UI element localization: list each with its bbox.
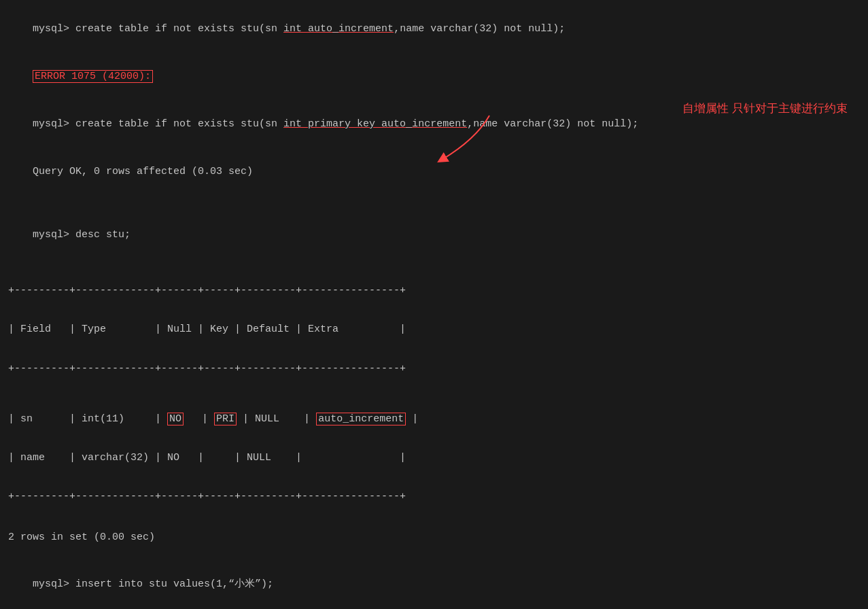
- cmd-text-2a: create table if not exists stu(sn: [75, 118, 283, 130]
- blank-2: [8, 545, 860, 561]
- prompt-1: mysql>: [33, 23, 75, 35]
- query-ok-text-1: Query OK, 0 rows affected (0.03 sec): [33, 166, 253, 177]
- extra-highlight: auto_increment: [316, 413, 406, 425]
- desc-cmd-1: desc stu;: [75, 229, 131, 241]
- table-header-1: | Field | Type | Null | Key | Default | …: [8, 321, 860, 337]
- blank-1: [8, 195, 860, 211]
- table-row-sn-1: | sn | int(11) | NO | PRI | NULL | auto_…: [8, 411, 860, 427]
- rows-set-1: 2 rows in set (0.00 sec): [8, 529, 860, 545]
- error-line: ERROR 1075 (42000):: [8, 53, 860, 101]
- table-sep-1c: +---------+-------------+------+-----+--…: [8, 489, 860, 504]
- table-1: +---------+-------------+------+-----+--…: [8, 260, 860, 528]
- annotation-arrow: [421, 112, 503, 167]
- prompt-3: mysql>: [33, 229, 75, 241]
- cmd-desc-1: mysql> desc stu;: [8, 211, 860, 258]
- error-box: ERROR 1075 (42000):: [33, 70, 153, 83]
- table-sep-1b: +---------+-------------+------+-----+--…: [8, 361, 860, 377]
- cmd-insert-1: mysql> insert into stu values(1,“小米”);: [8, 561, 860, 608]
- table-row-name-1: | name | varchar(32) | NO | | NULL | |: [8, 450, 860, 466]
- terminal: mysql> create table if not exists stu(sn…: [8, 5, 860, 609]
- cmd-line-1: mysql> create table if not exists stu(sn…: [8, 5, 860, 53]
- table-sep-1a: +---------+-------------+------+-----+--…: [8, 283, 860, 298]
- key-highlight: PRI: [214, 413, 237, 425]
- null-highlight: NO: [167, 413, 184, 425]
- cmd-text-1b: ,name varchar(32) not null);: [394, 23, 565, 35]
- prompt-2: mysql>: [33, 118, 75, 130]
- annotation-text: 自增属性 只针对于主键进行约束: [682, 101, 848, 116]
- cmd-text-1a: create table if not exists stu(sn: [75, 23, 283, 35]
- prompt-4: mysql>: [33, 578, 75, 590]
- cmd-underline-1: int auto_increment: [283, 23, 394, 35]
- insert-cmd-1: insert into stu values(1,“小米”);: [75, 578, 273, 590]
